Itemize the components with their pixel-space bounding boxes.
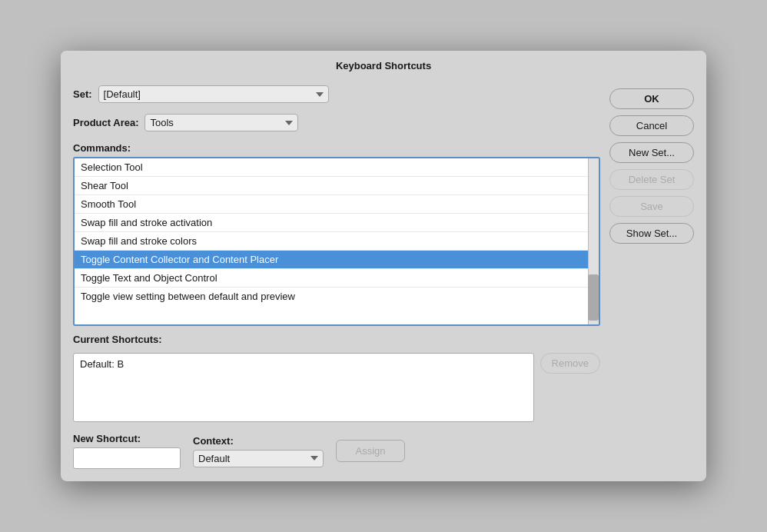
cancel-button[interactable]: Cancel [609,115,694,136]
list-item[interactable]: Smooth Tool [75,195,599,214]
list-item[interactable]: Toggle Text and Object Control [75,269,599,288]
side-buttons: OK Cancel New Set... Delete Set Save Sho… [609,85,694,469]
list-item[interactable]: Shear Tool [75,177,599,195]
set-select[interactable]: [Default] [98,85,329,103]
assign-button[interactable]: Assign [336,440,405,462]
list-item-selected[interactable]: Toggle Content Collector and Content Pla… [75,251,599,269]
product-area-label: Product Area: [73,117,138,128]
commands-section: Commands: Selection Tool Shear Tool Smoo… [73,142,600,326]
product-area-select[interactable]: Tools [144,114,298,131]
keyboard-shortcuts-dialog: Keyboard Shortcuts Set: [Default] Produc… [61,51,706,481]
new-shortcut-group: New Shortcut: [73,433,181,469]
set-row: Set: [Default] [73,85,600,103]
new-shortcut-label: New Shortcut: [73,433,181,444]
ok-button[interactable]: OK [609,88,694,109]
show-set-button[interactable]: Show Set... [609,223,694,244]
commands-list: Selection Tool Shear Tool Smooth Tool Sw… [75,158,599,305]
context-label: Context: [193,435,324,447]
commands-label: Commands: [73,142,600,154]
shortcuts-textarea[interactable]: Default: B [73,353,534,422]
set-label: Set: [73,88,92,100]
save-button[interactable]: Save [609,196,694,217]
current-shortcuts-section: Current Shortcuts: Default: B Remove [73,334,600,422]
scrollbar-track[interactable] [588,158,599,324]
delete-set-button[interactable]: Delete Set [609,169,694,190]
list-item[interactable]: Selection Tool [75,158,599,177]
list-item[interactable]: Toggle view setting between default and … [75,288,599,305]
shortcuts-row: Default: B Remove [73,353,600,422]
commands-list-container: Selection Tool Shear Tool Smooth Tool Sw… [73,157,600,326]
list-item[interactable]: Swap fill and stroke activation [75,214,599,232]
context-group: Context: Default [193,435,324,467]
scrollbar-thumb[interactable] [588,274,599,321]
remove-button[interactable]: Remove [540,353,600,374]
new-shortcut-input[interactable] [73,447,181,469]
context-select[interactable]: Default [193,450,324,467]
new-set-button[interactable]: New Set... [609,142,694,163]
main-area: Set: [Default] Product Area: Tools Comma… [73,85,600,469]
current-shortcuts-label: Current Shortcuts: [73,334,600,345]
list-item[interactable]: Swap fill and stroke colors [75,232,599,251]
new-shortcut-section: New Shortcut: Context: Default Assign [73,433,600,469]
dialog-title: Keyboard Shortcuts [61,51,706,78]
product-area-row: Product Area: Tools [73,111,600,135]
